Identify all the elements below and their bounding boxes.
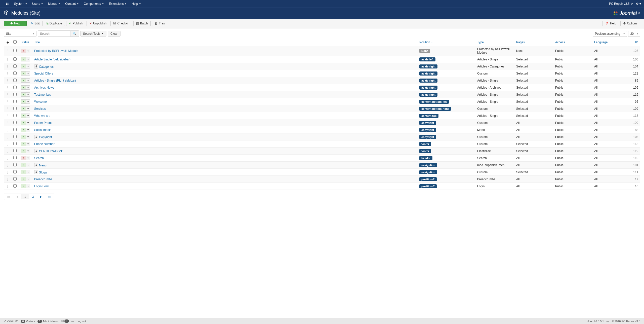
search-input[interactable] — [38, 30, 70, 37]
help-button[interactable]: ❓Help — [602, 21, 619, 26]
search-button[interactable]: 🔍 — [70, 30, 79, 37]
module-title-link[interactable]: Copyright — [39, 135, 52, 139]
col-pages[interactable]: Pages — [514, 39, 553, 46]
batch-button[interactable]: ▦Batch — [133, 21, 151, 26]
module-title-link[interactable]: CERTIFICATION: — [39, 149, 63, 153]
lock-icon[interactable] — [34, 149, 38, 153]
trash-button[interactable]: 🗑Trash — [152, 21, 169, 26]
duplicate-button[interactable]: ⎘Duplicate — [44, 21, 65, 26]
page-last[interactable]: ⏭ — [45, 194, 54, 199]
row-checkbox[interactable] — [13, 177, 17, 181]
status-toggle[interactable]: ✔ ▾ — [21, 78, 30, 83]
status-toggle[interactable]: ✖ ▾ — [21, 156, 30, 160]
col-status[interactable]: Status — [19, 39, 32, 46]
row-checkbox[interactable] — [13, 100, 17, 103]
status-toggle[interactable]: ✔ ▾ — [21, 85, 30, 90]
row-checkbox[interactable] — [13, 71, 17, 75]
col-id[interactable]: ID — [631, 39, 640, 46]
page-prev[interactable]: ◀ — [13, 194, 21, 200]
status-toggle[interactable]: ✔ ▾ — [21, 114, 30, 118]
lock-icon[interactable] — [34, 64, 38, 68]
module-title-link[interactable]: Search — [34, 156, 44, 160]
drag-handle-icon[interactable]: ⋮ — [6, 135, 9, 139]
col-order[interactable]: ◆ — [4, 39, 11, 46]
module-title-link[interactable]: Breadcrumbs — [34, 177, 52, 181]
options-button[interactable]: ⚙Options — [620, 21, 640, 26]
module-title-link[interactable]: Categories — [39, 65, 54, 68]
drag-handle-icon[interactable]: ⋮ — [6, 170, 9, 174]
checkin-button[interactable]: ☑Check-in — [110, 21, 132, 26]
page-first[interactable]: ⏮ — [4, 194, 13, 199]
row-checkbox[interactable] — [13, 64, 17, 68]
module-title-link[interactable]: Phone Number — [34, 142, 55, 146]
col-type[interactable]: Type — [475, 39, 514, 46]
row-checkbox[interactable] — [13, 184, 17, 188]
drag-handle-icon[interactable]: ⋮ — [6, 156, 9, 160]
module-title-link[interactable]: Menu — [39, 163, 47, 167]
row-checkbox[interactable] — [13, 114, 17, 117]
status-toggle[interactable]: ✔ ▾ — [21, 170, 30, 174]
module-title-link[interactable]: Footer Phone — [34, 121, 53, 125]
unpublish-button[interactable]: ✖Unpublish — [87, 21, 109, 26]
nav-menus[interactable]: Menus▼ — [46, 2, 63, 6]
settings-icon[interactable]: ⚙ ▾ — [636, 2, 641, 6]
col-position[interactable]: Position ▲ — [417, 39, 475, 46]
module-title-link[interactable]: Testimonials — [34, 93, 51, 96]
status-toggle[interactable]: ✔ ▾ — [21, 121, 30, 125]
col-access[interactable]: Access — [553, 39, 592, 46]
row-checkbox[interactable] — [13, 79, 17, 82]
drag-handle-icon[interactable]: ⋮ — [6, 128, 9, 132]
drag-handle-icon[interactable]: ⋮ — [6, 57, 9, 61]
status-toggle[interactable]: ✔ ▾ — [21, 57, 30, 61]
row-checkbox[interactable] — [13, 149, 17, 152]
joomla-home-icon[interactable] — [3, 2, 12, 6]
publish-button[interactable]: ✔Publish — [66, 21, 85, 26]
drag-handle-icon[interactable]: ⋮ — [6, 163, 9, 167]
site-link[interactable]: PC Repair v3.5 ⇗ — [609, 2, 633, 6]
nav-content[interactable]: Content▼ — [63, 2, 81, 6]
row-checkbox[interactable] — [13, 107, 17, 110]
drag-handle-icon[interactable]: ⋮ — [6, 93, 9, 97]
status-toggle[interactable]: ✔ ▾ — [21, 106, 30, 111]
client-select[interactable]: Site — [4, 31, 36, 37]
drag-handle-icon[interactable]: ⋮ — [6, 64, 9, 68]
nav-users[interactable]: Users▼ — [30, 2, 46, 6]
status-toggle[interactable]: ✔ ▾ — [21, 64, 30, 68]
nav-help[interactable]: Help▼ — [129, 2, 144, 6]
col-language[interactable]: Language — [592, 39, 631, 46]
row-checkbox[interactable] — [13, 128, 17, 131]
status-toggle[interactable]: ✖ ▾ — [21, 49, 30, 53]
module-title-link[interactable]: Login Form — [34, 185, 50, 188]
status-toggle[interactable]: ✔ ▾ — [21, 142, 30, 146]
row-checkbox[interactable] — [13, 142, 17, 145]
check-all[interactable] — [13, 40, 17, 44]
module-title-link[interactable]: Protected by RSFirewall! Module — [34, 49, 78, 53]
status-toggle[interactable]: ✔ ▾ — [21, 177, 30, 181]
drag-handle-icon[interactable]: ⋮ — [6, 86, 9, 90]
module-title-link[interactable]: Slogan — [39, 170, 48, 174]
limit-select[interactable]: 20 — [628, 31, 640, 37]
module-title-link[interactable]: Article Single (Left sidebar) — [34, 58, 70, 61]
drag-handle-icon[interactable]: ⋮ — [6, 121, 9, 125]
drag-handle-icon[interactable]: ⋮ — [6, 100, 9, 104]
module-title-link[interactable]: Special Offers — [34, 72, 53, 75]
lock-icon[interactable] — [34, 163, 38, 167]
status-toggle[interactable]: ✔ ▾ — [21, 149, 30, 153]
module-title-link[interactable]: Services — [34, 107, 46, 111]
drag-handle-icon[interactable]: ⋮ — [6, 79, 9, 83]
module-title-link[interactable]: Social media — [34, 128, 52, 132]
module-title-link[interactable]: Archives News — [34, 86, 54, 89]
clear-button[interactable]: Clear — [108, 31, 120, 37]
status-toggle[interactable]: ✔ ▾ — [21, 135, 30, 139]
row-checkbox[interactable] — [13, 93, 17, 96]
drag-handle-icon[interactable]: ⋮ — [6, 184, 9, 188]
drag-handle-icon[interactable]: ⋮ — [6, 49, 9, 53]
row-checkbox[interactable] — [13, 170, 17, 173]
row-checkbox[interactable] — [13, 86, 17, 89]
row-checkbox[interactable] — [13, 49, 17, 52]
status-toggle[interactable]: ✔ ▾ — [21, 128, 30, 132]
page-next[interactable]: ▶ — [37, 194, 45, 200]
row-checkbox[interactable] — [13, 156, 17, 159]
module-title-link[interactable]: Who we are — [34, 114, 50, 118]
status-toggle[interactable]: ✔ ▾ — [21, 92, 30, 97]
